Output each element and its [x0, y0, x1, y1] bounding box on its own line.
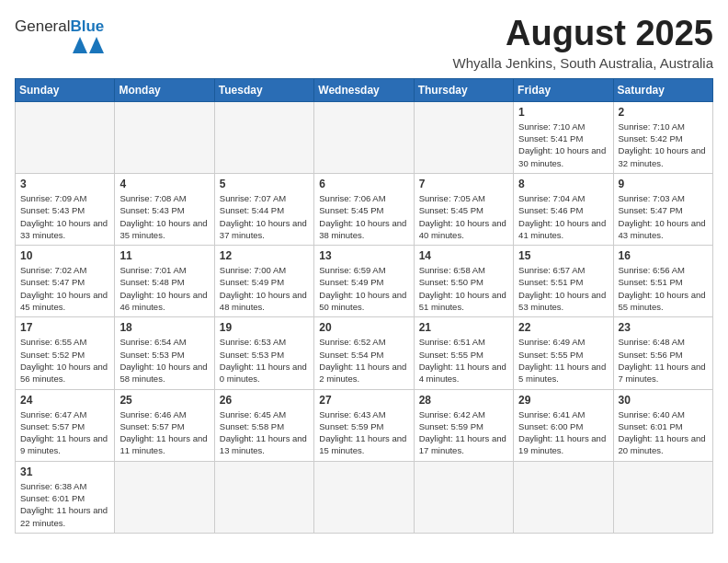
- day-number: 5: [220, 178, 309, 190]
- calendar-cell: [414, 101, 513, 173]
- calendar-week-3: 17Sunrise: 6:55 AM Sunset: 5:52 PM Dayli…: [16, 317, 713, 389]
- day-info: Sunrise: 6:38 AM Sunset: 6:01 PM Dayligh…: [20, 480, 109, 529]
- day-info: Sunrise: 6:49 AM Sunset: 5:55 PM Dayligh…: [518, 336, 608, 385]
- day-info: Sunrise: 6:51 AM Sunset: 5:55 PM Dayligh…: [419, 336, 508, 385]
- day-number: 23: [619, 321, 708, 334]
- day-info: Sunrise: 6:46 AM Sunset: 5:57 PM Dayligh…: [119, 408, 209, 457]
- calendar-cell: [16, 101, 115, 173]
- calendar-cell: 22Sunrise: 6:49 AM Sunset: 5:55 PM Dayli…: [514, 317, 613, 389]
- calendar-week-1: 3Sunrise: 7:09 AM Sunset: 5:43 PM Daylig…: [16, 173, 713, 245]
- calendar-cell: 26Sunrise: 6:45 AM Sunset: 5:58 PM Dayli…: [214, 389, 313, 461]
- calendar-cell: 2Sunrise: 7:10 AM Sunset: 5:42 PM Daylig…: [613, 101, 712, 173]
- calendar-cell: 1Sunrise: 7:10 AM Sunset: 5:41 PM Daylig…: [514, 101, 613, 173]
- day-info: Sunrise: 7:06 AM Sunset: 5:45 PM Dayligh…: [319, 192, 408, 241]
- day-number: 12: [220, 249, 309, 262]
- day-info: Sunrise: 7:08 AM Sunset: 5:43 PM Dayligh…: [119, 192, 209, 241]
- day-info: Sunrise: 7:01 AM Sunset: 5:48 PM Dayligh…: [119, 264, 209, 313]
- day-number: 19: [220, 321, 309, 334]
- weekday-header-saturday: Saturday: [613, 78, 712, 101]
- logo: GeneralBlue: [15, 18, 104, 53]
- calendar-cell: 13Sunrise: 6:59 AM Sunset: 5:49 PM Dayli…: [314, 246, 414, 317]
- day-number: 7: [419, 178, 508, 190]
- day-number: 16: [619, 249, 708, 262]
- calendar-cell: 15Sunrise: 6:57 AM Sunset: 5:51 PM Dayli…: [514, 246, 613, 317]
- day-info: Sunrise: 7:04 AM Sunset: 5:46 PM Dayligh…: [518, 192, 608, 241]
- day-info: Sunrise: 6:59 AM Sunset: 5:49 PM Dayligh…: [319, 264, 408, 313]
- calendar-cell: 24Sunrise: 6:47 AM Sunset: 5:57 PM Dayli…: [16, 389, 115, 461]
- calendar-cell: 10Sunrise: 7:02 AM Sunset: 5:47 PM Dayli…: [16, 246, 115, 317]
- day-info: Sunrise: 6:55 AM Sunset: 5:52 PM Dayligh…: [20, 336, 109, 385]
- calendar-week-0: 1Sunrise: 7:10 AM Sunset: 5:41 PM Daylig…: [16, 101, 713, 173]
- day-info: Sunrise: 6:47 AM Sunset: 5:57 PM Dayligh…: [20, 408, 109, 457]
- calendar-cell: [314, 461, 414, 533]
- day-number: 26: [220, 394, 309, 407]
- logo-text: GeneralBlue: [15, 18, 104, 36]
- month-title: August 2025: [453, 15, 713, 53]
- day-number: 11: [119, 249, 209, 262]
- day-info: Sunrise: 6:41 AM Sunset: 6:00 PM Dayligh…: [518, 408, 608, 457]
- day-number: 28: [419, 394, 508, 407]
- day-info: Sunrise: 7:07 AM Sunset: 5:44 PM Dayligh…: [220, 192, 309, 241]
- day-number: 15: [518, 249, 608, 262]
- header: GeneralBlue August 2025 Whyalla Jenkins,…: [15, 15, 713, 71]
- day-number: 10: [20, 249, 109, 262]
- day-info: Sunrise: 7:03 AM Sunset: 5:47 PM Dayligh…: [619, 192, 708, 241]
- day-info: Sunrise: 6:58 AM Sunset: 5:50 PM Dayligh…: [419, 264, 508, 313]
- day-info: Sunrise: 6:56 AM Sunset: 5:51 PM Dayligh…: [619, 264, 708, 313]
- day-info: Sunrise: 6:53 AM Sunset: 5:53 PM Dayligh…: [220, 336, 309, 385]
- calendar-cell: 29Sunrise: 6:41 AM Sunset: 6:00 PM Dayli…: [514, 389, 613, 461]
- calendar-cell: 19Sunrise: 6:53 AM Sunset: 5:53 PM Dayli…: [214, 317, 313, 389]
- day-info: Sunrise: 6:45 AM Sunset: 5:58 PM Dayligh…: [220, 408, 309, 457]
- weekday-header-row: SundayMondayTuesdayWednesdayThursdayFrid…: [16, 78, 713, 101]
- day-number: 20: [319, 321, 408, 334]
- day-number: 27: [319, 394, 408, 407]
- day-number: 22: [518, 321, 608, 334]
- calendar-cell: [514, 461, 613, 533]
- calendar-cell: [414, 461, 513, 533]
- day-info: Sunrise: 6:57 AM Sunset: 5:51 PM Dayligh…: [518, 264, 608, 313]
- day-number: 6: [319, 178, 408, 190]
- calendar-cell: 30Sunrise: 6:40 AM Sunset: 6:01 PM Dayli…: [613, 389, 712, 461]
- calendar-week-4: 24Sunrise: 6:47 AM Sunset: 5:57 PM Dayli…: [16, 389, 713, 461]
- day-info: Sunrise: 6:43 AM Sunset: 5:59 PM Dayligh…: [319, 408, 408, 457]
- calendar-cell: [115, 461, 214, 533]
- calendar-cell: [115, 101, 214, 173]
- calendar-cell: 20Sunrise: 6:52 AM Sunset: 5:54 PM Dayli…: [314, 317, 414, 389]
- calendar-cell: 31Sunrise: 6:38 AM Sunset: 6:01 PM Dayli…: [16, 461, 115, 533]
- calendar-cell: 12Sunrise: 7:00 AM Sunset: 5:49 PM Dayli…: [214, 246, 313, 317]
- day-number: 18: [119, 321, 209, 334]
- calendar-cell: 5Sunrise: 7:07 AM Sunset: 5:44 PM Daylig…: [214, 173, 313, 245]
- calendar-cell: 3Sunrise: 7:09 AM Sunset: 5:43 PM Daylig…: [16, 173, 115, 245]
- day-number: 31: [20, 465, 109, 478]
- day-number: 21: [419, 321, 508, 334]
- day-info: Sunrise: 7:10 AM Sunset: 5:42 PM Dayligh…: [619, 121, 708, 169]
- day-info: Sunrise: 7:00 AM Sunset: 5:49 PM Dayligh…: [220, 264, 309, 313]
- weekday-header-sunday: Sunday: [16, 78, 115, 101]
- day-number: 17: [20, 321, 109, 334]
- day-info: Sunrise: 6:42 AM Sunset: 5:59 PM Dayligh…: [419, 408, 508, 457]
- day-number: 25: [119, 394, 209, 407]
- day-info: Sunrise: 7:09 AM Sunset: 5:43 PM Dayligh…: [20, 192, 109, 241]
- calendar-cell: 18Sunrise: 6:54 AM Sunset: 5:53 PM Dayli…: [115, 317, 214, 389]
- day-info: Sunrise: 6:48 AM Sunset: 5:56 PM Dayligh…: [619, 336, 708, 385]
- day-number: 30: [619, 394, 708, 407]
- calendar-cell: 21Sunrise: 6:51 AM Sunset: 5:55 PM Dayli…: [414, 317, 513, 389]
- day-number: 9: [619, 178, 708, 190]
- weekday-header-tuesday: Tuesday: [214, 78, 313, 101]
- calendar-cell: [214, 101, 313, 173]
- calendar-cell: [214, 461, 313, 533]
- day-number: 4: [119, 178, 209, 190]
- calendar-cell: 17Sunrise: 6:55 AM Sunset: 5:52 PM Dayli…: [16, 317, 115, 389]
- day-info: Sunrise: 7:10 AM Sunset: 5:41 PM Dayligh…: [518, 121, 608, 169]
- day-info: Sunrise: 6:52 AM Sunset: 5:54 PM Dayligh…: [319, 336, 408, 385]
- calendar-cell: 6Sunrise: 7:06 AM Sunset: 5:45 PM Daylig…: [314, 173, 414, 245]
- title-block: August 2025 Whyalla Jenkins, South Austr…: [453, 15, 713, 71]
- weekday-header-monday: Monday: [115, 78, 214, 101]
- calendar-cell: [314, 101, 414, 173]
- day-number: 14: [419, 249, 508, 262]
- calendar-cell: 11Sunrise: 7:01 AM Sunset: 5:48 PM Dayli…: [115, 246, 214, 317]
- weekday-header-thursday: Thursday: [414, 78, 513, 101]
- day-number: 2: [619, 106, 708, 119]
- calendar-cell: 14Sunrise: 6:58 AM Sunset: 5:50 PM Dayli…: [414, 246, 513, 317]
- day-number: 24: [20, 394, 109, 407]
